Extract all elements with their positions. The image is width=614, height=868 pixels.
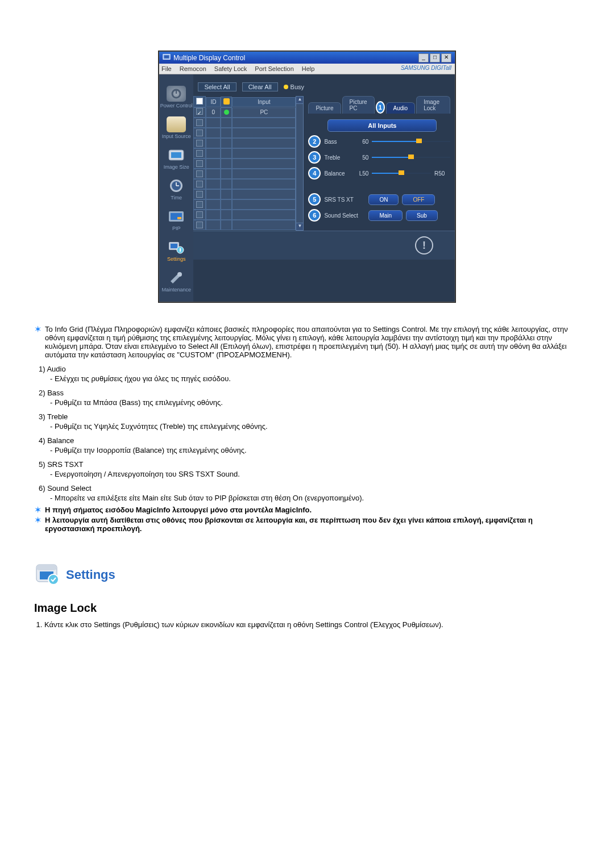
svg-point-17 [177, 272, 182, 277]
sidebar-label: PIP [172, 226, 181, 231]
menu-port-selection[interactable]: Port Selection [255, 65, 293, 72]
badge-5: 5 [308, 193, 321, 206]
list-item-srs-desc: - Ενεργοποίηση / Απενεργοποίηση του SRS … [50, 470, 580, 478]
grid-scrollbar[interactable]: ▲ ▼ [296, 96, 304, 231]
srs-on-button[interactable]: ON [368, 194, 399, 205]
bass-slider[interactable] [372, 139, 450, 144]
badge-6: 6 [308, 209, 321, 222]
tab-image-lock[interactable]: Image Lock [416, 96, 450, 114]
tab-picture-pc[interactable]: Picture PC [342, 96, 375, 114]
settings-cube-icon [34, 561, 59, 588]
scroll-up-button[interactable]: ▲ [296, 96, 304, 104]
row-check[interactable] [193, 189, 206, 199]
toolbar: Select All Clear All Busy [193, 74, 455, 96]
sidebar-item-image-size[interactable]: Image Size [159, 146, 193, 173]
row-check[interactable] [193, 169, 206, 179]
row-check[interactable] [193, 158, 206, 169]
tab-picture[interactable]: Picture [308, 102, 341, 114]
sidebar: Power Control Input Source Image Size Ti… [159, 74, 193, 302]
menu-file[interactable]: File [161, 65, 172, 72]
row-check[interactable] [193, 128, 206, 138]
bass-label: Bass [324, 139, 351, 145]
star-icon: ✶ [34, 506, 42, 515]
sidebar-item-pip[interactable]: PIP [159, 207, 193, 235]
tab-audio[interactable]: Audio [386, 102, 416, 114]
sidebar-label: Time [171, 195, 182, 201]
row-check[interactable] [193, 210, 206, 220]
list-item-treble-desc: - Ρυθμίζει τις Υψηλές Συχνότητες (Treble… [50, 422, 580, 431]
window-buttons: _ □ ✕ [418, 53, 451, 62]
all-inputs-button[interactable]: All Inputs [327, 119, 437, 132]
list-item-treble: 3) Treble [39, 412, 580, 421]
time-icon [167, 178, 186, 194]
row-check[interactable] [193, 118, 206, 128]
sound-select-row: 6 Sound Select Main Sub [308, 209, 450, 222]
row-check[interactable] [193, 199, 206, 210]
list-item-sound-select: 6) Sound Select [39, 484, 580, 493]
row-id: 0 [206, 107, 221, 118]
col-check[interactable] [193, 96, 206, 107]
image-lock-heading: Image Lock [34, 602, 580, 615]
app-title: Multiple Display Control [173, 54, 245, 62]
list-item-balance: 4) Balance [39, 436, 580, 445]
balance-right-label: R50 [434, 170, 450, 177]
list-item-sound-select-desc: - Μπορείτε να επιλέξετε είτε Main είτε S… [50, 494, 580, 502]
sound-sub-button[interactable]: Sub [406, 210, 438, 221]
col-type[interactable] [221, 97, 232, 107]
row-check[interactable] [193, 148, 206, 158]
statusbar: ! [193, 231, 455, 260]
sidebar-item-settings[interactable]: Settings [159, 238, 193, 265]
treble-slider[interactable] [372, 155, 450, 160]
list-item-bass: 2) Bass [39, 389, 580, 397]
titlebar: Multiple Display Control _ □ ✕ [159, 52, 455, 64]
menu-safety-lock[interactable]: Safety Lock [214, 65, 247, 72]
app-icon [163, 53, 171, 62]
menu-remocon[interactable]: Remocon [180, 65, 206, 72]
sidebar-item-power-control[interactable]: Power Control [159, 85, 193, 112]
list-item-audio: 1) Audio [39, 365, 580, 373]
badge-2: 2 [308, 135, 321, 148]
svg-rect-16 [180, 248, 181, 252]
list-item-bass-desc: - Ρυθμίζει τα Μπάσα (Bass) της επιλεγμέν… [50, 398, 580, 407]
bass-row: 2 Bass 60 [308, 135, 450, 148]
bass-value: 60 [355, 139, 368, 145]
close-button[interactable]: ✕ [441, 53, 451, 62]
scroll-down-button[interactable]: ▼ [296, 223, 304, 231]
scroll-track[interactable] [296, 104, 304, 223]
maximize-button[interactable]: □ [430, 53, 440, 62]
sidebar-item-time[interactable]: Time [159, 177, 193, 204]
svg-rect-12 [177, 217, 181, 219]
busy-label: Busy [291, 84, 304, 90]
sidebar-item-input-source[interactable]: Input Source [159, 115, 193, 143]
col-id[interactable]: ID [206, 97, 221, 107]
sidebar-item-maintenance[interactable]: Maintenance [159, 269, 193, 296]
star-icon: ✶ [34, 325, 42, 334]
badge-3: 3 [308, 151, 321, 164]
clear-all-button[interactable]: Clear All [242, 82, 278, 91]
row-check[interactable] [193, 220, 206, 230]
row-check[interactable] [193, 179, 206, 189]
badge-1: 1 [376, 101, 385, 114]
sidebar-label: Maintenance [161, 287, 191, 293]
treble-row: 3 Treble 50 [308, 151, 450, 164]
row-check[interactable] [193, 138, 206, 148]
select-all-button[interactable]: Select All [198, 82, 236, 91]
row-status-icon [221, 107, 232, 118]
balance-slider[interactable] [372, 171, 431, 176]
srs-label: SRS TS XT [324, 197, 365, 203]
info-grid: ID Input 0 PC [193, 96, 296, 231]
sidebar-label: Power Control [160, 103, 193, 108]
menu-help[interactable]: Help [302, 65, 315, 72]
image-lock-step-1: Κάντε κλικ στο Settings (Ρυθμίσεις) των … [44, 620, 580, 629]
svg-rect-14 [171, 244, 177, 248]
sound-main-button[interactable]: Main [368, 210, 403, 221]
srs-off-button[interactable]: OFF [402, 194, 435, 205]
row-check[interactable] [193, 107, 206, 118]
minimize-button[interactable]: _ [418, 53, 429, 62]
col-input[interactable]: Input [232, 97, 296, 107]
section-header: Settings [34, 561, 580, 588]
sound-select-label: Sound Select [324, 212, 365, 219]
image-size-icon [167, 147, 186, 163]
input-source-icon [167, 116, 186, 132]
warning-icon: ! [415, 236, 433, 254]
